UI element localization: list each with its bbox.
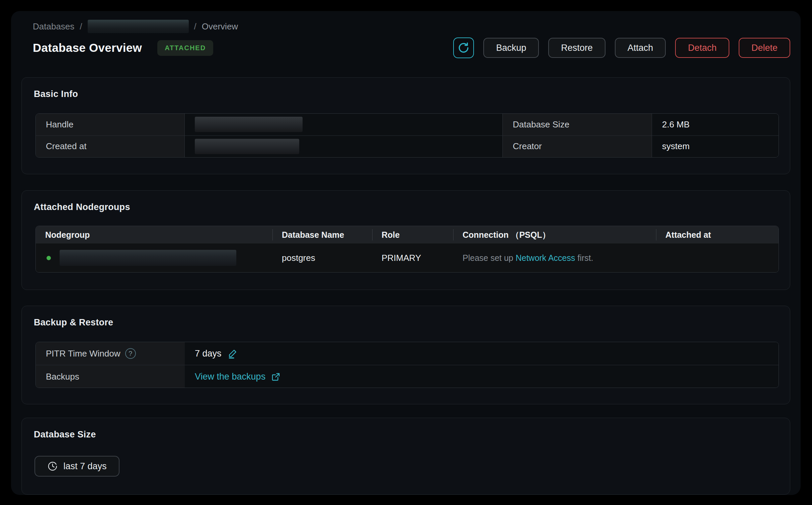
clock-history-icon bbox=[47, 461, 58, 472]
connection-prefix: Please set up bbox=[463, 253, 515, 263]
action-buttons: Backup Restore Attach Detach Delete bbox=[453, 37, 790, 58]
refresh-icon bbox=[458, 42, 470, 54]
created-at-value-redacted bbox=[195, 139, 299, 154]
created-at-label: Created at bbox=[36, 136, 185, 158]
pitr-label-cell: PITR Time Window ? bbox=[36, 342, 185, 365]
green-status-dot bbox=[47, 256, 51, 260]
detach-button[interactable]: Detach bbox=[675, 38, 729, 58]
page-title: Database Overview bbox=[33, 41, 142, 55]
breadcrumb-db-name-redacted[interactable] bbox=[88, 20, 189, 33]
handle-value-redacted bbox=[195, 117, 303, 132]
pitr-value-cell: 7 days bbox=[185, 342, 779, 365]
basic-info-table: Handle Database Size 2.6 MB Created at C… bbox=[35, 113, 779, 158]
backup-restore-table: PITR Time Window ? 7 days Backups View t… bbox=[35, 342, 779, 388]
column-header-role: Role bbox=[372, 226, 453, 243]
time-range-label: last 7 days bbox=[63, 461, 106, 472]
refresh-button[interactable] bbox=[453, 37, 474, 58]
page: { "colors": { "accent_cyan": "#2db3c7", … bbox=[0, 0, 812, 505]
pitr-value: 7 days bbox=[195, 348, 222, 359]
creator-value: system bbox=[652, 136, 779, 158]
column-header-database-name: Database Name bbox=[272, 226, 372, 243]
nodegroups-table-header: Nodegroup Database Name Role Connection … bbox=[36, 226, 779, 243]
created-at-value bbox=[185, 136, 502, 158]
breadcrumb-overview: Overview bbox=[202, 21, 238, 32]
external-link-icon bbox=[271, 372, 281, 382]
column-header-nodegroup: Nodegroup bbox=[36, 226, 272, 243]
title-group: Database Overview ATTACHED bbox=[33, 40, 213, 56]
table-row: postgres PRIMARY Please set up Network A… bbox=[36, 243, 779, 272]
backup-restore-title: Backup & Restore bbox=[34, 317, 779, 328]
breadcrumb-separator: / bbox=[194, 21, 196, 32]
page-header: Database Overview ATTACHED Backup Restor… bbox=[21, 37, 790, 59]
backups-label: Backups bbox=[46, 372, 79, 382]
backups-value-cell: View the backups bbox=[185, 365, 779, 388]
attached-nodegroups-title: Attached Nodegroups bbox=[34, 202, 779, 212]
column-header-attached-at: Attached at bbox=[656, 226, 779, 243]
restore-button[interactable]: Restore bbox=[548, 38, 605, 58]
help-circle-icon[interactable]: ? bbox=[125, 348, 136, 359]
database-size-card: Database Size last 7 days bbox=[21, 418, 790, 495]
column-header-connection: Connection （PSQL） bbox=[453, 226, 656, 243]
pencil-edit-icon[interactable] bbox=[228, 348, 238, 359]
database-name-cell: postgres bbox=[272, 253, 372, 263]
network-access-link[interactable]: Network Access bbox=[515, 253, 575, 263]
connection-cell: Please set up Network Access first. bbox=[453, 253, 656, 263]
pitr-label: PITR Time Window bbox=[46, 348, 120, 359]
attached-nodegroups-card: Attached Nodegroups Nodegroup Database N… bbox=[21, 190, 790, 290]
basic-info-title: Basic Info bbox=[34, 89, 779, 99]
status-badge: ATTACHED bbox=[157, 40, 213, 56]
attached-at-cell bbox=[656, 255, 779, 261]
database-size-label: Database Size bbox=[502, 114, 652, 136]
time-range-button[interactable]: last 7 days bbox=[34, 456, 119, 477]
view-backups-link[interactable]: View the backups bbox=[195, 372, 281, 382]
main-panel: Databases / / Overview Database Overview… bbox=[11, 11, 801, 495]
backups-label-cell: Backups bbox=[36, 365, 185, 388]
creator-label: Creator bbox=[502, 136, 652, 158]
database-size-title: Database Size bbox=[34, 429, 779, 440]
backup-restore-card: Backup & Restore PITR Time Window ? 7 da… bbox=[21, 306, 790, 404]
delete-button[interactable]: Delete bbox=[739, 38, 790, 58]
backup-button[interactable]: Backup bbox=[483, 38, 539, 58]
breadcrumb-separator: / bbox=[80, 21, 82, 32]
nodegroup-name-redacted[interactable] bbox=[60, 250, 236, 266]
nodegroups-table: Nodegroup Database Name Role Connection … bbox=[35, 226, 779, 273]
database-size-value: 2.6 MB bbox=[652, 114, 779, 136]
attach-button[interactable]: Attach bbox=[615, 38, 666, 58]
breadcrumb: Databases / / Overview bbox=[33, 19, 790, 34]
basic-info-card: Basic Info Handle Database Size 2.6 MB C… bbox=[21, 77, 790, 174]
connection-suffix: first. bbox=[575, 253, 593, 263]
nodegroup-cell bbox=[36, 250, 272, 266]
view-backups-link-text[interactable]: View the backups bbox=[195, 372, 265, 382]
handle-label: Handle bbox=[36, 114, 185, 136]
breadcrumb-databases[interactable]: Databases bbox=[33, 21, 74, 32]
role-cell: PRIMARY bbox=[372, 253, 453, 263]
handle-value bbox=[185, 114, 502, 136]
